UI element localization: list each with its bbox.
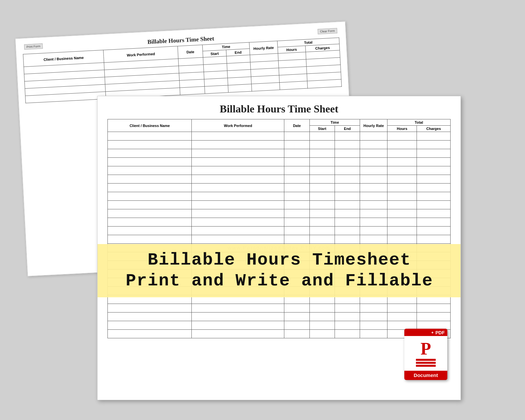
table-cell[interactable]	[309, 227, 335, 235]
table-cell[interactable]	[307, 79, 342, 88]
table-cell[interactable]	[284, 218, 309, 227]
table-cell[interactable]	[108, 321, 192, 330]
table-cell[interactable]	[417, 166, 451, 175]
table-cell[interactable]	[360, 141, 387, 149]
table-cell[interactable]	[387, 166, 417, 175]
table-cell[interactable]	[309, 149, 335, 158]
table-cell[interactable]	[335, 158, 360, 166]
table-cell[interactable]	[108, 201, 192, 209]
table-cell[interactable]	[387, 218, 417, 227]
table-cell[interactable]	[108, 166, 192, 175]
table-cell[interactable]	[108, 227, 192, 235]
table-cell[interactable]	[192, 175, 284, 184]
table-cell[interactable]	[360, 149, 387, 158]
table-cell[interactable]	[335, 304, 360, 313]
table-cell[interactable]	[309, 330, 335, 338]
table-cell[interactable]	[335, 321, 360, 330]
table-cell[interactable]	[108, 209, 192, 218]
table-cell[interactable]	[284, 158, 309, 166]
table-cell[interactable]	[360, 209, 387, 218]
table-cell[interactable]	[309, 209, 335, 218]
table-cell[interactable]	[252, 83, 280, 91]
table-cell[interactable]	[284, 304, 309, 313]
table-cell[interactable]	[417, 235, 451, 244]
table-cell[interactable]	[360, 330, 387, 338]
table-cell[interactable]	[360, 201, 387, 209]
table-cell[interactable]	[279, 81, 307, 90]
table-cell[interactable]	[205, 85, 228, 94]
table-cell[interactable]	[417, 209, 451, 218]
table-cell[interactable]	[192, 304, 284, 313]
table-cell[interactable]	[387, 184, 417, 192]
table-cell[interactable]	[284, 209, 309, 218]
table-cell[interactable]	[284, 192, 309, 201]
table-cell[interactable]	[335, 166, 360, 175]
table-cell[interactable]	[387, 132, 417, 141]
table-cell[interactable]	[309, 321, 335, 330]
table-cell[interactable]	[284, 141, 309, 149]
table-cell[interactable]	[387, 321, 417, 330]
table-cell[interactable]	[180, 86, 205, 95]
table-cell[interactable]	[335, 175, 360, 184]
table-cell[interactable]	[108, 192, 192, 201]
table-cell[interactable]	[192, 132, 284, 141]
table-cell[interactable]	[335, 227, 360, 235]
table-cell[interactable]	[417, 321, 451, 330]
table-cell[interactable]	[387, 175, 417, 184]
table-cell[interactable]	[417, 192, 451, 201]
table-cell[interactable]	[192, 192, 284, 201]
table-cell[interactable]	[309, 313, 335, 321]
table-cell[interactable]	[284, 330, 309, 338]
table-cell[interactable]	[284, 166, 309, 175]
table-cell[interactable]	[284, 132, 309, 141]
table-cell[interactable]	[417, 175, 451, 184]
table-cell[interactable]	[335, 184, 360, 192]
table-cell[interactable]	[284, 201, 309, 209]
table-cell[interactable]	[387, 192, 417, 201]
table-cell[interactable]	[108, 141, 192, 149]
table-cell[interactable]	[284, 321, 309, 330]
table-cell[interactable]	[284, 149, 309, 158]
table-cell[interactable]	[387, 304, 417, 313]
table-cell[interactable]	[309, 158, 335, 166]
table-cell[interactable]	[360, 304, 387, 313]
table-cell[interactable]	[309, 304, 335, 313]
table-cell[interactable]	[309, 132, 335, 141]
table-cell[interactable]	[192, 184, 284, 192]
table-cell[interactable]	[417, 184, 451, 192]
table-cell[interactable]	[108, 132, 192, 141]
table-cell[interactable]	[360, 158, 387, 166]
table-cell[interactable]	[108, 330, 192, 338]
table-cell[interactable]	[108, 184, 192, 192]
table-cell[interactable]	[387, 158, 417, 166]
table-cell[interactable]	[192, 149, 284, 158]
table-cell[interactable]	[417, 201, 451, 209]
table-cell[interactable]	[335, 235, 360, 244]
table-cell[interactable]	[309, 141, 335, 149]
table-cell[interactable]	[192, 201, 284, 209]
table-cell[interactable]	[309, 218, 335, 227]
table-cell[interactable]	[360, 235, 387, 244]
table-cell[interactable]	[309, 166, 335, 175]
table-cell[interactable]	[417, 218, 451, 227]
print-form-button-back[interactable]: Print Form	[24, 43, 43, 50]
table-cell[interactable]	[192, 209, 284, 218]
table-cell[interactable]	[309, 175, 335, 184]
table-cell[interactable]	[228, 84, 252, 93]
table-cell[interactable]	[360, 218, 387, 227]
table-cell[interactable]	[417, 227, 451, 235]
table-cell[interactable]	[335, 218, 360, 227]
table-cell[interactable]	[108, 304, 192, 313]
table-cell[interactable]	[417, 149, 451, 158]
table-cell[interactable]	[335, 209, 360, 218]
table-cell[interactable]	[335, 313, 360, 321]
table-cell[interactable]	[284, 175, 309, 184]
table-cell[interactable]	[192, 321, 284, 330]
table-cell[interactable]	[335, 192, 360, 201]
table-cell[interactable]	[387, 227, 417, 235]
table-cell[interactable]	[192, 313, 284, 321]
table-cell[interactable]	[360, 192, 387, 201]
clear-form-button-back[interactable]: Clear Form	[318, 28, 338, 34]
table-cell[interactable]	[309, 235, 335, 244]
table-cell[interactable]	[417, 304, 451, 313]
